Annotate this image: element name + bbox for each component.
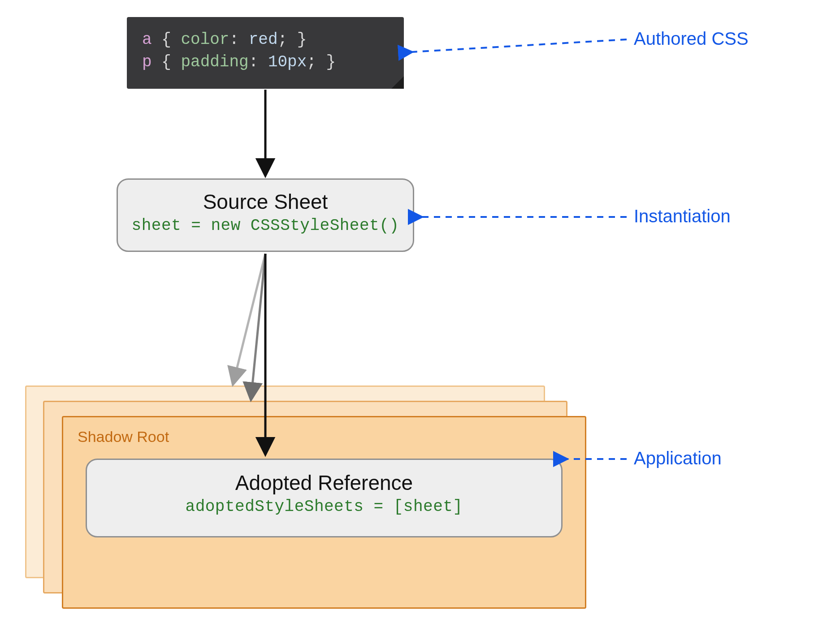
source-sheet-node: Source Sheet sheet = new CSSStyleSheet() — [117, 178, 414, 252]
annotation-application: Application — [634, 448, 722, 468]
annotation-authored-css: Authored CSS — [634, 29, 749, 49]
diagram-canvas: a { color: red; } p { padding: 10px; } S… — [0, 0, 840, 641]
code-line-2: p { padding: 10px; } — [142, 51, 389, 74]
authored-css-code-block: a { color: red; } p { padding: 10px; } — [127, 17, 404, 89]
shadow-root-card-front: Shadow Root Adopted Reference adoptedSty… — [62, 416, 586, 609]
css-property: color — [181, 30, 229, 49]
shadow-root-stack: Shadow Root Adopted Reference adoptedSty… — [25, 385, 583, 597]
brace-open: { — [161, 53, 171, 71]
shadow-root-label: Shadow Root — [78, 428, 571, 446]
brace-close: } — [297, 30, 307, 49]
brace-close: } — [326, 53, 336, 71]
css-selector: a — [142, 30, 152, 49]
pointer-authored-css — [411, 39, 627, 52]
css-property: padding — [181, 53, 248, 71]
arrow-source-to-shadow-middle — [251, 254, 265, 399]
css-value: 10px — [268, 53, 307, 71]
adopted-reference-code: adoptedStyleSheets = [sheet] — [87, 498, 561, 516]
page-fold-icon — [391, 76, 404, 89]
annotation-instantiation: Instantiation — [634, 206, 731, 226]
brace-open: { — [161, 30, 171, 49]
css-selector: p — [142, 53, 152, 71]
code-line-1: a { color: red; } — [142, 29, 389, 51]
source-sheet-title: Source Sheet — [118, 190, 413, 214]
arrow-source-to-shadow-back — [233, 254, 265, 384]
adopted-reference-node: Adopted Reference adoptedStyleSheets = [… — [86, 459, 563, 537]
source-sheet-code: sheet = new CSSStyleSheet() — [118, 217, 413, 235]
css-value: red — [249, 30, 278, 49]
adopted-reference-title: Adopted Reference — [87, 471, 561, 495]
